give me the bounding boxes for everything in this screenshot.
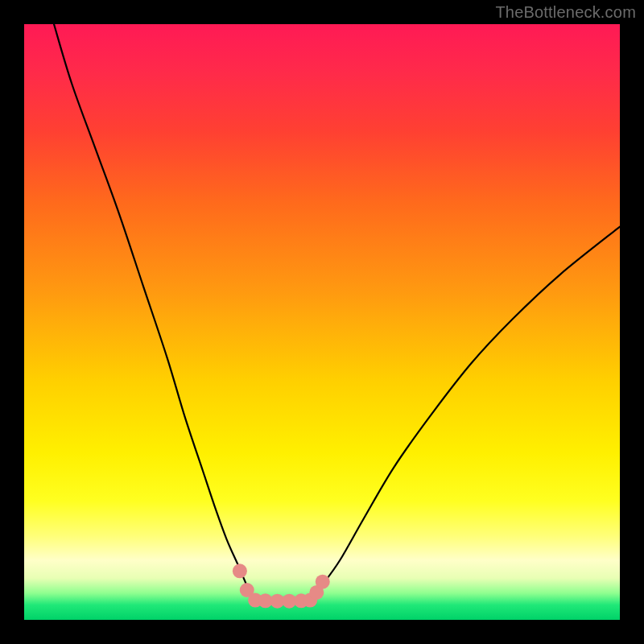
watermark-text: TheBottleneck.com xyxy=(495,3,636,22)
bottleneck-curve xyxy=(54,24,620,601)
valley-marker xyxy=(316,575,330,589)
curve-layer xyxy=(24,24,620,620)
plot-area xyxy=(24,24,620,620)
chart-stage: TheBottleneck.com xyxy=(0,0,644,644)
valley-marker xyxy=(233,564,247,578)
valley-marker-group xyxy=(233,564,330,608)
